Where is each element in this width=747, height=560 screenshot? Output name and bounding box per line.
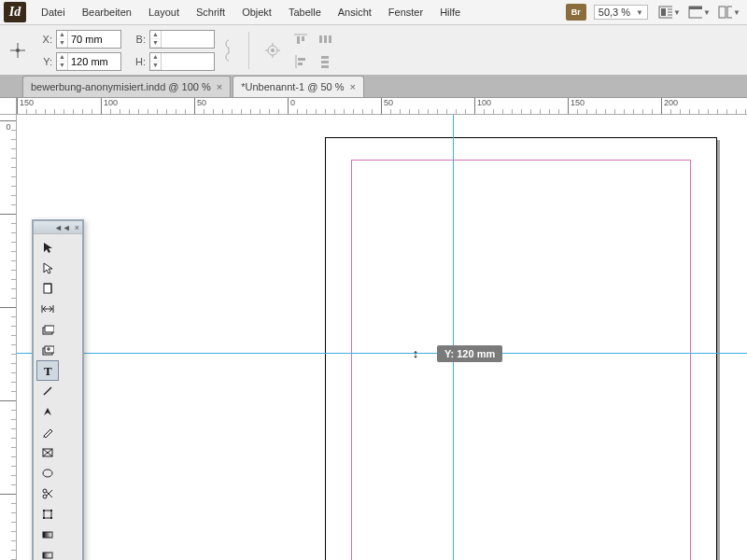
toolbox-header[interactable]: ◄◄ × — [34, 221, 82, 234]
effects-icon[interactable] — [262, 41, 283, 60]
svg-rect-1 — [661, 8, 666, 16]
x-label: X: — [35, 34, 52, 45]
svg-rect-48 — [44, 511, 51, 518]
menu-help[interactable]: Hilfe — [432, 3, 468, 21]
ruler-horizontal[interactable]: 15010050050100150200 — [17, 98, 747, 115]
menu-edit[interactable]: Bearbeiten — [75, 3, 139, 21]
menu-object[interactable]: Objekt — [234, 3, 279, 21]
tab-label: *Unbenannt-1 @ 50 % — [241, 81, 344, 92]
svg-rect-6 — [689, 7, 702, 9]
align-top-icon[interactable] — [290, 30, 311, 49]
w-label: B: — [129, 34, 146, 45]
close-icon[interactable]: × — [349, 81, 355, 92]
gradient-feather-tool[interactable] — [36, 545, 59, 560]
menu-layout[interactable]: Layout — [141, 3, 187, 21]
y-input[interactable]: ▲▼ — [56, 52, 121, 71]
margin-guides — [351, 160, 691, 560]
align-left-icon[interactable] — [290, 52, 311, 71]
direct-selection-tool[interactable] — [36, 258, 59, 278]
svg-rect-23 — [329, 35, 331, 43]
svg-rect-25 — [298, 58, 305, 61]
svg-rect-21 — [319, 35, 322, 43]
tab-label: bewerbung-anonymisiert.indd @ 100 % — [31, 81, 211, 92]
svg-point-45 — [43, 495, 47, 498]
view-options-icon[interactable]: ▼ — [657, 3, 682, 21]
svg-line-39 — [44, 387, 51, 395]
svg-rect-19 — [297, 36, 300, 44]
drag-cursor-icon: ↕ — [409, 346, 422, 359]
bridge-icon[interactable]: Br — [566, 4, 586, 21]
control-bar: X: ▲▼ Y: ▲▼ B: ▲▼ H: ▲▼ — [0, 25, 747, 76]
screen-mode-icon[interactable]: ▼ — [687, 3, 712, 21]
y-field[interactable] — [68, 53, 120, 70]
ruler-vertical[interactable]: 0 — [0, 115, 17, 560]
pencil-tool[interactable] — [36, 422, 59, 442]
svg-rect-20 — [302, 36, 304, 41]
canvas[interactable]: ↕ Y: 120 mm — [17, 115, 747, 560]
svg-rect-52 — [50, 517, 52, 519]
tab-document-2[interactable]: *Unbenannt-1 @ 50 % × — [233, 76, 364, 97]
svg-rect-54 — [43, 553, 52, 558]
x-input[interactable]: ▲▼ — [56, 30, 121, 49]
content-collector-tool[interactable] — [36, 319, 59, 340]
guide-vertical[interactable] — [453, 115, 454, 560]
guide-horizontal[interactable] — [17, 353, 747, 354]
w-input[interactable]: ▲▼ — [149, 30, 215, 49]
menu-table[interactable]: Tabelle — [281, 3, 329, 21]
menubar: Id Datei Bearbeiten Layout Schrift Objek… — [0, 0, 747, 25]
scissors-tool[interactable] — [36, 483, 59, 504]
page-tool[interactable] — [36, 278, 59, 299]
collapse-icon[interactable]: ◄◄ — [54, 223, 71, 232]
h-label: H: — [129, 56, 146, 67]
svg-rect-35 — [45, 326, 54, 332]
toolbox[interactable]: ◄◄ × T — [32, 219, 84, 560]
ellipse-tool[interactable] — [36, 463, 59, 483]
ruler-origin[interactable] — [0, 98, 17, 115]
selection-tool[interactable] — [36, 237, 59, 258]
content-placer-tool[interactable] — [36, 340, 59, 360]
zoom-value: 50,3 % — [599, 7, 630, 18]
svg-point-11 — [16, 49, 20, 52]
gradient-swatch-tool[interactable] — [36, 525, 59, 545]
arrange-icon[interactable]: ▼ — [717, 3, 741, 21]
chevron-down-icon: ▼ — [636, 8, 643, 17]
svg-rect-22 — [324, 35, 327, 43]
menu-file[interactable]: Datei — [34, 3, 73, 21]
distribute-h-icon[interactable] — [315, 30, 335, 49]
menu-type[interactable]: Schrift — [189, 3, 233, 21]
reference-point-icon[interactable] — [7, 40, 28, 61]
menu-view[interactable]: Ansicht — [331, 3, 379, 21]
svg-point-43 — [43, 469, 52, 477]
close-icon[interactable]: × — [75, 223, 79, 232]
coordinate-tooltip: Y: 120 mm — [437, 345, 502, 362]
svg-rect-50 — [50, 510, 52, 511]
svg-point-44 — [43, 489, 47, 493]
svg-point-13 — [271, 49, 275, 52]
svg-rect-7 — [719, 7, 726, 18]
h-input[interactable]: ▲▼ — [149, 52, 215, 71]
close-icon[interactable]: × — [217, 81, 222, 92]
w-field[interactable] — [162, 31, 214, 48]
menu-window[interactable]: Fenster — [381, 3, 430, 21]
svg-rect-27 — [321, 56, 329, 59]
y-label: Y: — [35, 56, 52, 67]
type-tool[interactable]: T — [36, 360, 59, 381]
app-logo: Id — [4, 2, 26, 22]
constrain-icon[interactable] — [222, 34, 235, 67]
svg-rect-26 — [298, 63, 303, 65]
svg-rect-49 — [43, 510, 45, 511]
pen-tool[interactable] — [36, 401, 59, 422]
distribute-v-icon[interactable] — [315, 52, 335, 71]
gap-tool[interactable] — [36, 299, 59, 319]
svg-text:T: T — [44, 364, 52, 377]
x-field[interactable] — [68, 31, 120, 48]
tab-document-1[interactable]: bewerbung-anonymisiert.indd @ 100 % × — [22, 76, 231, 97]
svg-rect-51 — [43, 517, 45, 519]
line-tool[interactable] — [36, 381, 59, 401]
rectangle-frame-tool[interactable] — [36, 442, 59, 463]
svg-rect-30 — [44, 284, 51, 293]
h-field[interactable] — [162, 53, 214, 70]
svg-rect-29 — [321, 65, 329, 68]
free-transform-tool[interactable] — [36, 504, 59, 525]
zoom-level[interactable]: 50,3 % ▼ — [594, 5, 648, 20]
